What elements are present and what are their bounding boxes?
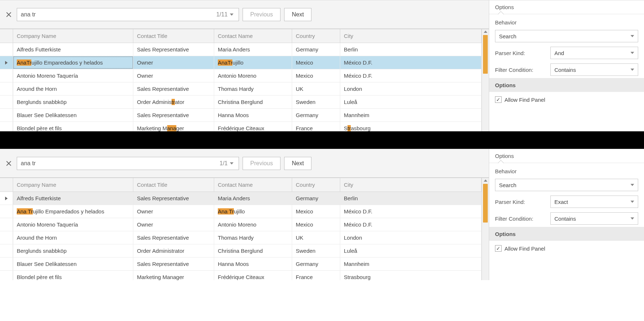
cell-title[interactable]: Sales Representative <box>133 192 214 205</box>
cell-city[interactable]: México D.F. <box>340 69 482 82</box>
col-title[interactable]: Contact Title <box>133 29 214 43</box>
scroll-up-icon[interactable] <box>484 31 487 33</box>
table-row[interactable]: Antonio Moreno TaqueríaOwnerAntonio More… <box>0 218 482 231</box>
cell-country[interactable]: Mexico <box>292 205 340 218</box>
cell-country[interactable]: Germany <box>292 43 340 56</box>
scroll-up-icon[interactable] <box>484 179 487 182</box>
cell-title[interactable]: Order Administrator <box>133 244 214 257</box>
search-input[interactable] <box>21 160 220 167</box>
cell-title[interactable]: Sales Representative <box>133 258 214 270</box>
cell-company[interactable]: Antonio Moreno Taquería <box>13 218 133 231</box>
cell-company[interactable]: Around the Horn <box>13 231 133 244</box>
behavior-combo[interactable]: Search <box>495 179 638 191</box>
options-header[interactable]: Options <box>489 0 644 14</box>
cell-company[interactable]: Blauer See Delikatessen <box>13 258 133 270</box>
cell-country[interactable]: France <box>292 122 340 131</box>
scroll-thumb[interactable] <box>483 35 488 74</box>
cell-name[interactable]: Hanna Moos <box>214 109 292 121</box>
table-row[interactable]: Ana Trujillo Emparedados y heladosOwnerA… <box>0 205 482 218</box>
scroll-track[interactable] <box>482 35 489 131</box>
cell-title[interactable]: Owner <box>133 218 214 231</box>
cell-city[interactable]: México D.F. <box>340 56 482 69</box>
cell-name[interactable]: Thomas Hardy <box>214 231 292 244</box>
cell-title[interactable]: Sales Representative <box>133 82 214 95</box>
scroll-track[interactable] <box>482 184 489 280</box>
vertical-scrollbar[interactable] <box>482 29 489 131</box>
options-section[interactable]: Options <box>489 227 644 241</box>
behavior-combo[interactable]: Search <box>495 30 638 42</box>
cell-country[interactable]: UK <box>292 231 340 244</box>
cell-city[interactable]: México D.F. <box>340 218 482 231</box>
scroll-thumb[interactable] <box>483 184 488 223</box>
allow-find-checkbox[interactable]: ✓ <box>495 245 502 252</box>
cell-title[interactable]: Owner <box>133 56 214 69</box>
filter-combo[interactable]: Contains <box>550 212 638 225</box>
cell-company[interactable]: Antonio Moreno Taquería <box>13 69 133 82</box>
table-row[interactable]: Antonio Moreno TaqueríaOwnerAntonio More… <box>0 69 482 82</box>
parser-combo[interactable]: And <box>550 47 638 59</box>
cell-title[interactable]: Order Administrator <box>133 96 214 108</box>
cell-name[interactable]: Frédérique Citeaux <box>214 122 292 131</box>
col-country[interactable]: Country <box>292 178 340 192</box>
vertical-scrollbar[interactable] <box>482 178 489 280</box>
search-input[interactable] <box>21 11 216 18</box>
table-row[interactable]: Berglunds snabbköpOrder AdministratorChr… <box>0 244 482 258</box>
col-name[interactable]: Contact Name <box>214 178 292 192</box>
cell-name[interactable]: Ana Trujillo <box>214 205 292 218</box>
table-row[interactable]: Berglunds snabbköpOrder AdministratorChr… <box>0 96 482 109</box>
table-row[interactable]: Around the HornSales RepresentativeThoma… <box>0 231 482 244</box>
table-row[interactable]: Blondel père et filsMarketing ManagerFré… <box>0 122 482 131</box>
cell-name[interactable]: Frédérique Citeaux <box>214 271 292 280</box>
cell-city[interactable]: Luleå <box>340 96 482 108</box>
cell-company[interactable]: Ana Trujillo Emparedados y helados <box>13 205 133 218</box>
cell-title[interactable]: Sales Representative <box>133 109 214 121</box>
col-city[interactable]: City <box>340 178 482 192</box>
table-row[interactable]: Ana Trujillo Emparedados y heladosOwnerA… <box>0 56 482 69</box>
table-row[interactable]: Blauer See DelikatessenSales Representat… <box>0 258 482 271</box>
cell-company[interactable]: Berglunds snabbköp <box>13 244 133 257</box>
cell-title[interactable]: Owner <box>133 69 214 82</box>
cell-title[interactable]: Owner <box>133 205 214 218</box>
cell-name[interactable]: Antonio Moreno <box>214 218 292 231</box>
cell-company[interactable]: Around the Horn <box>13 82 133 95</box>
cell-city[interactable]: México D.F. <box>340 205 482 218</box>
options-header[interactable]: Options <box>489 149 644 163</box>
options-section[interactable]: Options <box>489 78 644 92</box>
col-city[interactable]: City <box>340 29 482 43</box>
cell-country[interactable]: Germany <box>292 258 340 270</box>
cell-country[interactable]: Mexico <box>292 56 340 69</box>
filter-combo[interactable]: Contains <box>550 63 638 76</box>
cell-title[interactable]: Marketing Manager <box>133 122 214 131</box>
cell-name[interactable]: Christina Berglund <box>214 96 292 108</box>
cell-city[interactable]: Strasbourg <box>340 271 482 280</box>
cell-country[interactable]: Germany <box>292 192 340 205</box>
cell-company[interactable]: Blondel père et fils <box>13 271 133 280</box>
cell-city[interactable]: Strasbourg <box>340 122 482 131</box>
table-row[interactable]: Around the HornSales RepresentativeThoma… <box>0 82 482 96</box>
cell-country[interactable]: Sweden <box>292 244 340 257</box>
cell-company[interactable]: Blauer See Delikatessen <box>13 109 133 121</box>
allow-find-checkbox[interactable]: ✓ <box>495 96 502 103</box>
cell-title[interactable]: Sales Representative <box>133 43 214 56</box>
cell-name[interactable]: Thomas Hardy <box>214 82 292 95</box>
cell-company[interactable]: Ana Trujillo Emparedados y helados <box>13 56 133 69</box>
cell-company[interactable]: Alfreds Futterkiste <box>13 192 133 205</box>
col-company[interactable]: Company Name <box>13 178 133 192</box>
cell-name[interactable]: Hanna Moos <box>214 258 292 270</box>
close-icon[interactable] <box>4 10 13 19</box>
col-country[interactable]: Country <box>292 29 340 43</box>
cell-city[interactable]: Mannheim <box>340 258 482 270</box>
cell-company[interactable]: Blondel père et fils <box>13 122 133 131</box>
cell-city[interactable]: Berlin <box>340 192 482 205</box>
table-row[interactable]: Blondel père et filsMarketing ManagerFré… <box>0 271 482 280</box>
cell-country[interactable]: Germany <box>292 109 340 121</box>
cell-name[interactable]: Ana Trujillo <box>214 56 292 69</box>
cell-city[interactable]: London <box>340 82 482 95</box>
cell-country[interactable]: Sweden <box>292 96 340 108</box>
table-row[interactable]: Alfreds FutterkisteSales RepresentativeM… <box>0 192 482 205</box>
previous-button[interactable]: Previous <box>243 157 280 170</box>
previous-button[interactable]: Previous <box>243 8 280 21</box>
cell-city[interactable]: London <box>340 231 482 244</box>
search-box[interactable]: 1/11 <box>17 8 239 21</box>
cell-country[interactable]: Mexico <box>292 218 340 231</box>
